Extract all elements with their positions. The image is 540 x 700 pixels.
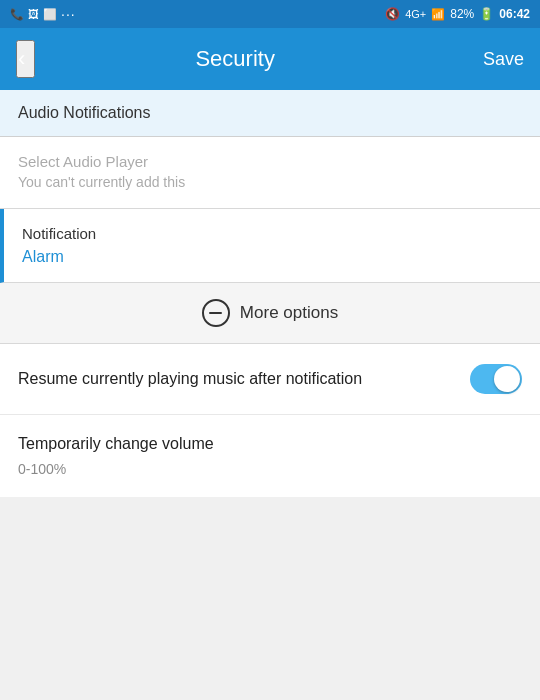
signal-label: 4G+ <box>405 8 426 20</box>
audio-notifications-label: Audio Notifications <box>18 104 151 121</box>
notification-label: Notification <box>22 225 522 242</box>
mute-icon: 🔇 <box>385 7 400 21</box>
status-bar: 📞 🖼 ⬜ ··· 🔇 4G+ 📶 82% 🔋 06:42 <box>0 0 540 28</box>
resume-music-row: Resume currently playing music after not… <box>0 344 540 415</box>
battery-label: 82% <box>450 7 474 21</box>
battery-icon: 🔋 <box>479 7 494 21</box>
resume-music-toggle[interactable] <box>470 364 522 394</box>
notification-section[interactable]: Notification Alarm <box>0 209 540 283</box>
toggle-knob <box>494 366 520 392</box>
more-options-label: More options <box>240 303 338 323</box>
app-bar: ‹ Security Save <box>0 28 540 90</box>
more-options-row[interactable]: More options <box>0 283 540 344</box>
audio-player-section[interactable]: Select Audio Player You can't currently … <box>0 137 540 209</box>
volume-range: 0-100% <box>18 461 522 477</box>
resume-music-label: Resume currently playing music after not… <box>18 368 362 390</box>
status-left: 📞 🖼 ⬜ ··· <box>10 6 76 22</box>
image-icon: 🖼 <box>28 8 39 20</box>
more-icon: ··· <box>61 6 76 22</box>
save-button[interactable]: Save <box>483 49 524 70</box>
volume-section: Temporarily change volume 0-100% <box>0 415 540 497</box>
wifi-icon: 📶 <box>431 8 445 21</box>
minus-circle-icon <box>202 299 230 327</box>
audio-player-label: Select Audio Player <box>18 153 522 170</box>
back-button[interactable]: ‹ <box>16 40 35 78</box>
minus-line <box>209 312 222 314</box>
page-title: Security <box>35 46 435 72</box>
notification-value: Alarm <box>22 248 522 266</box>
status-right: 🔇 4G+ 📶 82% 🔋 06:42 <box>385 7 530 21</box>
volume-label: Temporarily change volume <box>18 435 522 453</box>
call-icon: 📞 <box>10 8 24 21</box>
window-icon: ⬜ <box>43 8 57 21</box>
audio-notifications-header: Audio Notifications <box>0 90 540 137</box>
clock: 06:42 <box>499 7 530 21</box>
audio-player-hint: You can't currently add this <box>18 174 522 190</box>
